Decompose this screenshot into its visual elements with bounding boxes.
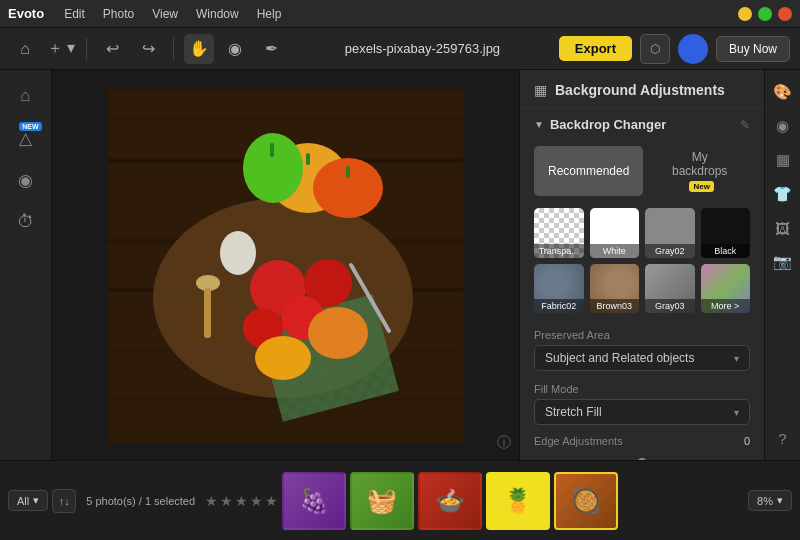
right-icon-grid[interactable]: ▦: [769, 146, 797, 174]
backdrop-black-label: Black: [701, 244, 751, 258]
svg-rect-29: [306, 153, 310, 165]
tab-my-backdrops[interactable]: My backdrops New: [649, 146, 750, 196]
maximize-button[interactable]: [758, 7, 772, 21]
avatar-button[interactable]: [678, 34, 708, 64]
thumbnail-basket[interactable]: 🧺: [350, 472, 414, 530]
thumbnail-pot[interactable]: 🍲: [418, 472, 482, 530]
backdrop-brown03[interactable]: Brown03: [590, 264, 640, 314]
backdrop-gray03[interactable]: Gray03: [645, 264, 695, 314]
star-5[interactable]: ★: [265, 493, 278, 509]
image-svg: [108, 88, 463, 443]
edit-icon[interactable]: ✎: [740, 118, 750, 132]
backdrop-transparent[interactable]: Transpa...: [534, 208, 584, 258]
pan-tool-button[interactable]: ✋: [184, 34, 214, 64]
toolbar-separator-2: [173, 38, 174, 60]
section-collapse-icon[interactable]: ▼: [534, 119, 544, 130]
filmstrip: All ▾ ↑↓ 5 photo(s) / 1 selected ★ ★ ★ ★…: [0, 460, 800, 540]
toolbar: ⌂ ＋ ▾ ↩ ↪ ✋ ◉ ✒ pexels-pixabay-259763.jp…: [0, 28, 800, 70]
title-bar: Evoto Edit Photo View Window Help: [0, 0, 800, 28]
thumbnail-food-image: 🥘: [556, 474, 616, 528]
menu-bar: Edit Photo View Window Help: [56, 5, 289, 23]
star-2[interactable]: ★: [220, 493, 233, 509]
toolbar-right: Export ⬡ Buy Now: [559, 34, 790, 64]
preserved-area-select[interactable]: Subject and Related objects ▾: [534, 345, 750, 371]
filter-dropdown[interactable]: All ▾: [8, 490, 48, 511]
backdrop-more-label: More >: [701, 299, 751, 313]
app-logo: Evoto: [8, 6, 44, 21]
home-button[interactable]: ⌂: [10, 34, 40, 64]
backdrop-black[interactable]: Black: [701, 208, 751, 258]
buy-now-button[interactable]: Buy Now: [716, 36, 790, 62]
backdrop-more[interactable]: More >: [701, 264, 751, 314]
menu-help[interactable]: Help: [249, 5, 290, 23]
minimize-button[interactable]: [738, 7, 752, 21]
right-icon-circle[interactable]: ◉: [769, 112, 797, 140]
star-1[interactable]: ★: [205, 493, 218, 509]
thumbnail-basket-image: 🧺: [352, 474, 412, 528]
select-tool-button[interactable]: ◉: [220, 34, 250, 64]
brush-tool-button[interactable]: ✒: [256, 34, 286, 64]
new-badge: NEW: [19, 122, 41, 131]
backdrop-gray02[interactable]: Gray02: [645, 208, 695, 258]
thumbnail-food[interactable]: 🥘: [554, 472, 618, 530]
backdrop-brown03-label: Brown03: [590, 299, 640, 313]
preserved-area-group: Preserved Area Subject and Related objec…: [520, 323, 764, 377]
chevron-down-icon-2: ▾: [734, 407, 739, 418]
export-button[interactable]: Export: [559, 36, 632, 61]
backdrop-white-label: White: [590, 244, 640, 258]
fill-mode-select[interactable]: Stretch Fill ▾: [534, 399, 750, 425]
svg-point-24: [255, 336, 311, 380]
panel-header-icon: ▦: [534, 82, 547, 98]
backdrop-transparent-label: Transpa...: [534, 244, 584, 258]
add-button[interactable]: ＋ ▾: [46, 34, 76, 64]
sidebar-item-new[interactable]: △ NEW: [8, 120, 44, 156]
section-title: Backdrop Changer: [550, 117, 734, 132]
star-3[interactable]: ★: [235, 493, 248, 509]
fill-mode-group: Fill Mode Stretch Fill ▾: [520, 377, 764, 431]
thumbnail-grapes-image: 🍇: [284, 474, 344, 528]
right-icon-shirt[interactable]: 👕: [769, 180, 797, 208]
star-ratings: ★ ★ ★ ★ ★: [205, 493, 278, 509]
photo-count: 5 photo(s) / 1 selected: [80, 495, 201, 507]
star-4[interactable]: ★: [250, 493, 263, 509]
menu-window[interactable]: Window: [188, 5, 247, 23]
edge-adjustments-value: 0: [744, 435, 750, 447]
backdrop-gray02-label: Gray02: [645, 244, 695, 258]
backdrop-gray03-label: Gray03: [645, 299, 695, 313]
thumbnail-grapes[interactable]: 🍇: [282, 472, 346, 530]
thumbnail-pineapple[interactable]: 🍍: [486, 472, 550, 530]
right-icon-help[interactable]: ?: [769, 424, 797, 452]
preserved-area-label: Preserved Area: [534, 329, 750, 341]
menu-view[interactable]: View: [144, 5, 186, 23]
sidebar-item-circle[interactable]: ◉: [8, 162, 44, 198]
right-icon-camera[interactable]: 📷: [769, 248, 797, 276]
section-header: ▼ Backdrop Changer ✎: [520, 109, 764, 140]
redo-button[interactable]: ↪: [133, 34, 163, 64]
fill-mode-label: Fill Mode: [534, 383, 750, 395]
sort-button[interactable]: ↑↓: [52, 489, 76, 513]
right-icon-image[interactable]: 🖼: [769, 214, 797, 242]
close-button[interactable]: [778, 7, 792, 21]
tab-recommended[interactable]: Recommended: [534, 146, 643, 196]
sidebar-item-home[interactable]: ⌂: [8, 78, 44, 114]
right-panel: ▦ Background Adjustments ▼ Backdrop Chan…: [519, 70, 764, 460]
menu-photo[interactable]: Photo: [95, 5, 142, 23]
filter-arrow-icon: ▾: [33, 494, 39, 507]
right-icon-palette[interactable]: 🎨: [769, 78, 797, 106]
sidebar-item-history[interactable]: ⏱: [8, 204, 44, 240]
right-icons-sidebar: 🎨 ◉ ▦ 👕 🖼 📷 ?: [764, 70, 800, 460]
undo-button[interactable]: ↩: [97, 34, 127, 64]
share-button[interactable]: ⬡: [640, 34, 670, 64]
chevron-down-icon: ▾: [734, 353, 739, 364]
info-icon[interactable]: ⓘ: [497, 434, 511, 452]
svg-rect-30: [346, 166, 350, 178]
edge-adjustments-row: Edge Adjustments 0: [520, 431, 764, 451]
backdrop-grid: Transpa... White Gray02 Black Fabric02 B…: [520, 202, 764, 323]
svg-rect-31: [270, 143, 274, 157]
menu-edit[interactable]: Edit: [56, 5, 93, 23]
zoom-dropdown[interactable]: 8% ▾: [748, 490, 792, 511]
svg-rect-26: [204, 288, 211, 338]
canvas-image: [108, 88, 463, 443]
backdrop-fabric02[interactable]: Fabric02: [534, 264, 584, 314]
backdrop-white[interactable]: White: [590, 208, 640, 258]
